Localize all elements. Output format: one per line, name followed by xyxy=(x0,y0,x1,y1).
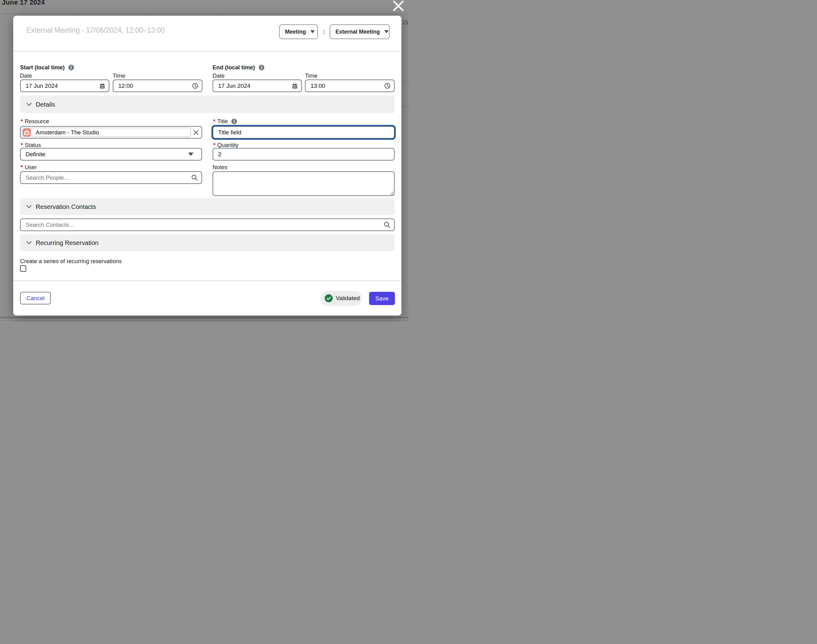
chevron-down-icon xyxy=(26,205,32,208)
save-button[interactable]: Save xyxy=(369,292,395,305)
start-date-value: 17 Jun 2024 xyxy=(26,83,100,89)
info-icon[interactable] xyxy=(231,119,237,126)
section-details-title: Details xyxy=(36,101,55,108)
user-search-field[interactable] xyxy=(26,175,191,181)
quantity-input[interactable] xyxy=(213,148,395,161)
calendar-bottom-fill xyxy=(0,321,409,322)
header-divider xyxy=(13,51,402,51)
user-label-text: User xyxy=(25,164,37,170)
reservation-dialog: Meeting : External Meeting Start (local … xyxy=(13,16,402,316)
start-date-input[interactable]: 17 Jun 2024 xyxy=(20,80,109,92)
chevron-down-icon xyxy=(384,30,389,33)
section-recurring-title: Recurring Reservation xyxy=(36,239,98,247)
status-select[interactable]: Definite xyxy=(20,148,202,161)
end-date-input[interactable]: 17 Jun 2024 xyxy=(213,80,302,92)
search-icon xyxy=(191,175,198,181)
user-search-input[interactable] xyxy=(20,171,202,184)
resource-label: *Resource xyxy=(21,118,49,125)
booking-type-value: Meeting xyxy=(285,29,306,35)
required-marker: * xyxy=(21,142,23,148)
cancel-button[interactable]: Cancel xyxy=(20,292,51,304)
section-details[interactable]: Details xyxy=(20,95,395,113)
title-label: *Title xyxy=(213,118,237,126)
end-date-value: 17 Jun 2024 xyxy=(218,83,292,89)
required-marker: * xyxy=(21,118,23,124)
title-input[interactable] xyxy=(213,126,395,139)
user-label: *User xyxy=(21,164,37,171)
end-group-label: End (local time) xyxy=(213,64,264,72)
recurring-checkbox-label: Create a series of recurring reservation… xyxy=(20,258,122,265)
end-time-label: Time xyxy=(305,72,317,79)
contacts-search-input[interactable] xyxy=(20,218,395,231)
clear-resource-icon[interactable] xyxy=(193,130,198,135)
end-time-input[interactable]: 13:00 xyxy=(305,80,395,92)
quantity-label-text: Quantity xyxy=(217,142,238,148)
start-time-value: 12:00 xyxy=(118,83,192,89)
event-type-value: External Meeting xyxy=(336,29,380,35)
chevron-down-icon xyxy=(26,241,32,244)
textarea-resize-handle[interactable] xyxy=(390,191,394,195)
resource-value: Amsterdam - The Studio xyxy=(36,129,99,136)
reservation-title-input[interactable] xyxy=(20,23,276,37)
start-date-label: Date xyxy=(20,72,32,79)
info-icon[interactable] xyxy=(68,65,74,72)
end-date-label: Date xyxy=(213,72,225,79)
recurring-checkbox[interactable] xyxy=(20,265,26,272)
section-contacts-title: Reservation Contacts xyxy=(36,203,96,210)
status-value: Definite xyxy=(26,151,188,158)
validated-check-icon xyxy=(325,294,333,302)
resource-combobox[interactable]: Amsterdam - The Studio xyxy=(20,126,202,139)
calendar-bottom-band xyxy=(0,317,409,318)
info-icon[interactable] xyxy=(259,65,264,72)
start-group-label: Start (local time) xyxy=(20,64,74,72)
calendar-icon xyxy=(292,83,297,89)
resource-selected-item: Amsterdam - The Studio xyxy=(21,127,191,137)
chevron-down-icon xyxy=(26,103,32,106)
calendar-icon xyxy=(100,83,105,89)
notes-label: Notes xyxy=(213,164,227,171)
start-label-text: Start (local time) xyxy=(20,64,65,71)
booking-type-select[interactable]: Meeting xyxy=(279,25,318,39)
contacts-search-field[interactable] xyxy=(26,222,384,228)
quantity-label: *Quantity xyxy=(213,142,238,149)
validated-label: Validated xyxy=(336,295,360,302)
event-type-select[interactable]: External Meeting xyxy=(330,25,390,39)
clock-icon xyxy=(192,83,198,89)
chevron-down-icon xyxy=(310,30,315,33)
section-contacts[interactable]: Reservation Contacts xyxy=(20,198,395,215)
required-marker: * xyxy=(213,118,215,124)
calendar-clipped-label: 15 xyxy=(402,19,408,26)
footer-divider xyxy=(13,281,402,281)
calendar-date-header: June 17 2024 xyxy=(2,0,44,6)
status-label: *Status xyxy=(21,142,41,149)
type-separator: : xyxy=(320,25,327,39)
clock-icon xyxy=(385,83,390,89)
required-marker: * xyxy=(21,164,23,170)
close-icon[interactable] xyxy=(393,1,403,11)
resource-label-text: Resource xyxy=(25,118,49,124)
end-time-value: 13:00 xyxy=(311,83,385,89)
section-recurring[interactable]: Recurring Reservation xyxy=(20,234,395,251)
start-time-input[interactable]: 12:00 xyxy=(113,80,202,92)
search-icon xyxy=(384,222,390,228)
chevron-down-icon xyxy=(188,153,193,156)
notes-textarea[interactable] xyxy=(213,171,395,196)
start-time-label: Time xyxy=(113,72,125,79)
calendar-header-divider xyxy=(0,14,409,14)
resource-type-tv-icon xyxy=(23,129,31,136)
end-label-text: End (local time) xyxy=(213,64,255,71)
title-label-text: Title xyxy=(217,118,228,124)
required-marker: * xyxy=(213,142,215,148)
status-label-text: Status xyxy=(25,142,41,148)
validated-badge: Validated xyxy=(320,291,362,306)
